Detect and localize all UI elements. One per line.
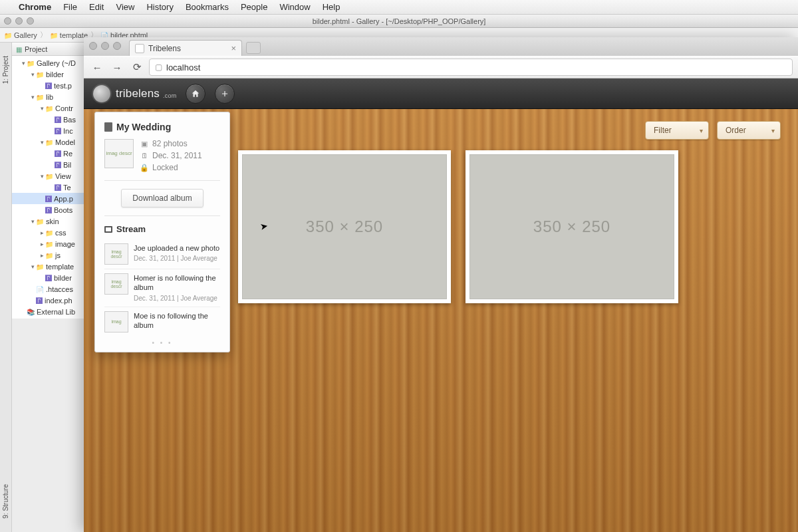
back-button[interactable]: ←: [89, 59, 105, 75]
photo-card[interactable]: 350 × 250: [466, 150, 678, 303]
brand[interactable]: tribelens .com: [93, 85, 176, 102]
gutter-tab-project[interactable]: 1: Project: [2, 56, 9, 84]
filter-dropdown[interactable]: Filter: [645, 121, 709, 140]
album-side-panel: My Wedding imag descr ▣82 photos 🗓Dec. 3…: [94, 112, 230, 352]
tab-title: Tribelens: [148, 44, 181, 53]
chrome-toolbar: ← → ⟳ ▢ localhost: [84, 56, 798, 78]
menu-app-name[interactable]: Chrome: [19, 2, 51, 12]
stream-heading: Stream: [104, 224, 220, 234]
menu-window[interactable]: Window: [279, 2, 310, 12]
logo-icon: [93, 85, 110, 102]
folder-icon: [4, 31, 12, 39]
chrome-window: Tribelens × ← → ⟳ ▢ localhost tribelens …: [84, 37, 798, 532]
stream-title: Stream: [116, 224, 146, 234]
album-icon: [104, 122, 112, 132]
menu-edit[interactable]: Edit: [89, 2, 104, 12]
stream-icon: [104, 226, 112, 233]
ide-traffic-lights[interactable]: [4, 17, 34, 25]
stream-text: Joe uploaded a new photo: [134, 243, 219, 253]
stream-text: Moe is no following the album: [134, 311, 220, 331]
menu-help[interactable]: Help: [323, 2, 340, 12]
stream-item[interactable]: imag descrHomer is no following the albu…: [104, 269, 220, 307]
home-button[interactable]: [186, 84, 205, 104]
app-body: Filter Order 350 × 250 350 × 250 My Wedd…: [84, 109, 798, 532]
album-title: My Wedding: [116, 122, 171, 132]
chrome-viewport: tribelens .com Filter Order 350 × 250 35…: [84, 78, 798, 532]
album-photo-count: 82 photos: [152, 139, 188, 148]
reload-button[interactable]: ⟳: [129, 59, 145, 75]
project-label: Project: [25, 45, 47, 53]
stream-item[interactable]: imagMoe is no following the album: [104, 307, 220, 336]
address-bar[interactable]: ▢ localhost: [149, 59, 793, 76]
project-icon: [16, 45, 22, 53]
photo-card[interactable]: 350 × 250: [238, 150, 451, 303]
resize-grip[interactable]: • • •: [104, 336, 220, 348]
favicon-icon: [135, 44, 144, 53]
brand-text: tribelens: [116, 87, 160, 100]
ide-title: bilder.phtml - Gallery - [~/Desktop/PHP_…: [313, 17, 486, 25]
ide-titlebar: bilder.phtml - Gallery - [~/Desktop/PHP_…: [0, 15, 798, 28]
order-dropdown[interactable]: Order: [717, 121, 781, 140]
album-thumb[interactable]: imag descr: [104, 139, 134, 168]
album-date: Dec. 31, 2011: [152, 151, 202, 160]
folder-icon: [50, 31, 58, 39]
stream-thumb: imag descr: [104, 273, 128, 295]
mac-menubar: Chrome File Edit View History Bookmarks …: [0, 0, 798, 15]
home-icon: [191, 89, 200, 98]
gallery-toolbar: Filter Order: [645, 121, 781, 140]
album-lock: Locked: [152, 163, 178, 172]
album-title-row: My Wedding: [104, 122, 220, 132]
stream-item[interactable]: imag descrJoe uploaded a new photoDec. 3…: [104, 239, 220, 269]
new-tab-button[interactable]: [246, 42, 261, 54]
calendar-icon: 🗓: [140, 152, 148, 160]
stream-thumb: imag: [104, 311, 128, 332]
page-icon: ▢: [155, 63, 162, 72]
gutter-tab-structure[interactable]: 9: Structure: [2, 484, 9, 519]
menu-history[interactable]: History: [146, 2, 173, 12]
brand-suffix: .com: [163, 92, 176, 99]
stream-thumb: imag descr: [104, 243, 128, 265]
menu-people[interactable]: People: [241, 2, 267, 12]
forward-button[interactable]: →: [109, 59, 125, 75]
url-text: localhost: [166, 63, 200, 72]
ide-left-gutter: 1: Project 9: Structure: [0, 43, 12, 532]
photos-icon: ▣: [140, 140, 148, 148]
add-button[interactable]: [215, 84, 235, 104]
menu-bookmarks[interactable]: Bookmarks: [186, 2, 229, 12]
download-album-button[interactable]: Download album: [121, 189, 203, 207]
stream-text: Homer is no following the album: [134, 273, 220, 293]
menu-view[interactable]: View: [116, 2, 134, 12]
menu-file[interactable]: File: [63, 2, 77, 12]
app-header: tribelens .com: [84, 78, 798, 109]
chrome-tab[interactable]: Tribelens ×: [129, 40, 242, 56]
stream-subtext: Dec. 31, 2011 | Joe Average: [134, 294, 220, 303]
placeholder-image: 350 × 250: [469, 154, 674, 299]
placeholder-image: 350 × 250: [242, 154, 447, 299]
close-icon[interactable]: ×: [231, 43, 236, 53]
chrome-traffic-lights[interactable]: [89, 42, 121, 50]
gallery-cards: 350 × 250 350 × 250: [238, 150, 678, 303]
lock-icon: 🔒: [140, 164, 148, 172]
stream-subtext: Dec. 31, 2011 | Joe Average: [134, 254, 219, 263]
plus-icon: [220, 89, 229, 98]
chrome-tabstrip: Tribelens ×: [84, 37, 798, 56]
